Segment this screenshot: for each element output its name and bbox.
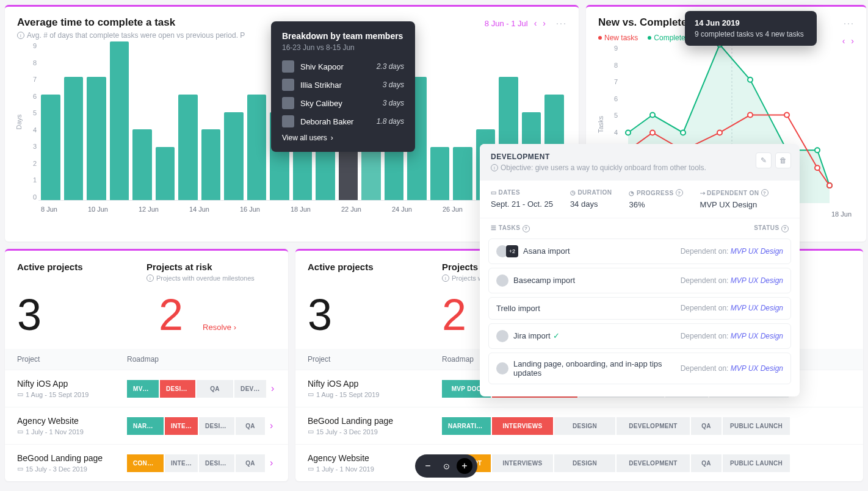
list-icon: ☰ — [491, 224, 497, 231]
chevron-right-icon[interactable]: › — [266, 420, 273, 431]
task-item[interactable]: Trello importDependent on: MVP UX Design — [488, 297, 791, 320]
stats-card-small: Active projects Projects at riskiProject… — [5, 249, 288, 481]
resolve-link[interactable]: Resolve › — [203, 323, 236, 349]
roadmap-phase[interactable]: DEVELOPMENT — [617, 454, 690, 472]
edit-icon[interactable]: ✎ — [756, 152, 772, 168]
zoom-reset-button[interactable]: ⊙ — [438, 458, 454, 474]
svg-point-3 — [650, 113, 655, 118]
roadmap-phase[interactable]: DESIGN — [160, 380, 195, 398]
zoom-control[interactable]: − ⊙ + — [415, 454, 477, 478]
bar[interactable] — [132, 129, 152, 200]
roadmap-phase[interactable]: QA — [197, 380, 233, 398]
roadmap-phase[interactable]: QA — [691, 417, 722, 435]
task-item[interactable]: Landing page, onboarding, and in-app tip… — [488, 353, 791, 384]
roadmap-phase[interactable]: DEVELOPMENT — [617, 417, 690, 435]
info-icon: ? — [676, 189, 683, 196]
avatar — [282, 97, 294, 109]
popover-title: DEVELOPMENT — [491, 152, 789, 161]
delete-icon[interactable]: 🗑 — [775, 152, 791, 168]
project-row[interactable]: Agency Website▭ 1 July - 1 Nov 2019NARRA… — [5, 407, 288, 444]
y-axis: 9876543210 — [29, 42, 37, 201]
task-item[interactable]: Jira import✓Dependent on: MVP UX Design — [488, 323, 791, 349]
calendar-icon: ▭ — [308, 428, 314, 435]
bar[interactable] — [430, 147, 450, 200]
task-item[interactable]: +2Asana importDependent on: MVP UX Desig… — [488, 238, 791, 264]
chevron-left-icon[interactable]: ‹ — [534, 18, 537, 28]
roadmap-phase[interactable]: NARRATIVE — [442, 417, 491, 435]
roadmap-phase[interactable]: QA — [236, 417, 265, 435]
zoom-out-button[interactable]: − — [420, 458, 436, 474]
svg-point-15 — [784, 113, 789, 118]
info-icon: i — [146, 274, 154, 282]
breakdown-tooltip: Breakdown by team members 16-23 Jun vs 8… — [271, 21, 415, 152]
roadmap-phase[interactable]: MVP… — [127, 380, 159, 398]
project-row[interactable]: BeGood Landing page▭ 15 July - 3 Dec 201… — [5, 444, 288, 481]
project-row[interactable]: BeGood Landing page▭ 15 July - 3 Dec 201… — [295, 407, 863, 444]
project-row[interactable]: Agency Website▭ 1 July - 1 Nov 2019CONCE… — [295, 444, 863, 481]
avatar — [282, 115, 294, 127]
info-icon: ? — [781, 225, 789, 232]
roadmap-phase[interactable]: INTERVIEWS — [492, 417, 553, 435]
zoom-in-button[interactable]: + — [457, 458, 472, 474]
more-icon[interactable]: ⋯ — [843, 16, 854, 30]
info-icon: i — [442, 274, 449, 282]
active-count: 3 — [5, 287, 146, 349]
calendar-icon: ▭ — [17, 465, 23, 473]
bar[interactable] — [247, 95, 267, 200]
card-subtitle: iAvg. # of days that complete tasks were… — [17, 31, 245, 40]
svg-point-4 — [681, 130, 685, 135]
bar[interactable] — [201, 129, 221, 200]
development-popover: DEVELOPMENT iObjective: give users a way… — [480, 144, 800, 396]
view-all-users-link[interactable]: View all users› — [282, 134, 404, 142]
avatar — [496, 330, 508, 342]
chevron-right-icon[interactable]: › — [266, 457, 273, 468]
roadmap-phase[interactable]: DEV… — [234, 380, 266, 398]
bar[interactable] — [41, 95, 60, 200]
risk-count: 2 — [430, 287, 479, 349]
roadmap-phase[interactable]: CONCE… — [127, 454, 164, 472]
calendar-icon: ▭ — [17, 390, 23, 398]
roadmap-phase[interactable]: INTER… — [165, 454, 198, 472]
calendar-icon: ▭ — [308, 465, 314, 473]
clock-icon: ◷ — [570, 189, 576, 196]
bar[interactable] — [110, 41, 129, 200]
date-range-nav[interactable]: 8 Jun - 1 Jul ‹ › — [485, 18, 546, 28]
roadmap-phase[interactable]: INTER… — [165, 417, 198, 435]
avatar — [496, 362, 508, 375]
calendar-icon: ▭ — [17, 428, 23, 435]
info-icon: ? — [523, 225, 530, 232]
roadmap-phase[interactable]: DESIGN — [199, 417, 234, 435]
info-icon: i — [491, 164, 498, 171]
chevron-right-icon[interactable]: › — [543, 18, 546, 28]
svg-point-13 — [717, 130, 722, 135]
y-axis-label: Days — [15, 114, 23, 129]
bar[interactable] — [224, 112, 244, 200]
check-icon: ✓ — [553, 331, 560, 340]
roadmap-phase[interactable]: PUBLIC LAUNCH — [723, 454, 790, 472]
roadmap-phase[interactable]: DESIGN — [554, 417, 615, 435]
link-icon: ⇢ — [700, 190, 706, 196]
calendar-icon: ▭ — [308, 390, 314, 398]
bar[interactable] — [156, 147, 175, 200]
roadmap-phase[interactable]: PUBLIC LAUNCH — [723, 417, 790, 435]
bar[interactable] — [453, 147, 472, 200]
more-icon[interactable]: ⋯ — [555, 16, 566, 30]
task-item[interactable]: Basecamp importDependent on: MVP UX Desi… — [488, 268, 791, 293]
roadmap-phase[interactable]: DESIGN — [554, 454, 615, 472]
roadmap-phase[interactable]: NARRA… — [127, 417, 164, 435]
chevron-right-icon[interactable]: › — [267, 383, 274, 394]
svg-point-16 — [815, 165, 820, 170]
avatar — [282, 79, 294, 91]
roadmap-phase[interactable]: QA — [236, 454, 265, 472]
bar[interactable] — [64, 77, 84, 200]
svg-point-17 — [827, 183, 832, 188]
roadmap-phase[interactable]: QA — [691, 454, 722, 472]
bar[interactable] — [361, 147, 381, 200]
roadmap-phase[interactable]: DESIGN — [199, 454, 234, 472]
bar[interactable] — [87, 77, 106, 200]
info-icon: ? — [761, 189, 769, 196]
bar[interactable] — [178, 95, 198, 200]
roadmap-phase[interactable]: INTERVIEWS — [492, 454, 553, 472]
card-title: Average time to complete a task — [17, 16, 245, 29]
project-row[interactable]: Nifty iOS App▭ 1 Aug - 15 Sept 2019MVP…D… — [5, 370, 288, 407]
